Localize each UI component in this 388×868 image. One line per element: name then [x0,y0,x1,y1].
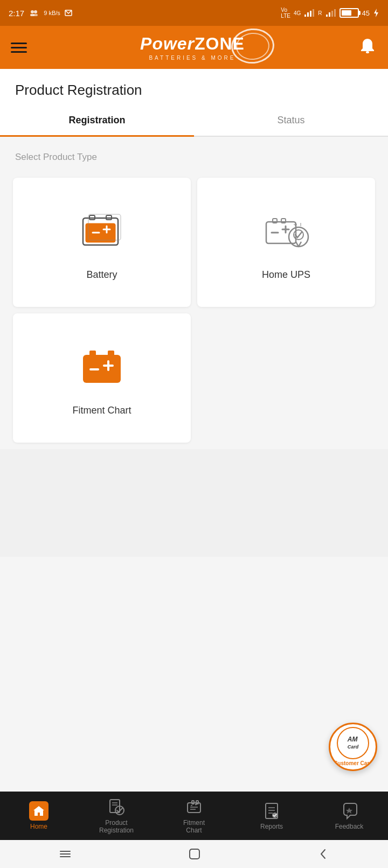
products-grid-row2: Fitment Chart [0,313,388,449]
sys-nav-menu[interactable] [58,846,73,862]
menu-button[interactable] [11,43,27,53]
customer-care-label: Customer Care [334,760,372,767]
page-title-area: Product Registration [0,69,388,105]
svg-rect-3 [33,14,38,16]
signal-r-icon [325,9,336,17]
fitment-chart-card[interactable]: Fitment Chart [13,313,191,443]
svg-rect-36 [83,355,121,383]
kb-display: 9 kB/s [44,10,60,16]
nav-feedback-label: Feedback [335,823,364,830]
battery-indicator [340,8,359,18]
customer-care-fab[interactable]: AMCard Customer Care [329,723,377,771]
svg-rect-11 [331,11,333,17]
svg-rect-5 [304,15,306,17]
bell-icon [358,37,377,56]
system-nav [0,840,388,868]
bottom-nav: Home ProductRegistration [0,792,388,840]
fitment-icon-area [78,340,126,394]
svg-rect-12 [334,9,336,17]
status-left: 2:17 9 kB/s [9,9,74,18]
svg-rect-14 [366,51,369,53]
nav-home-label: Home [30,823,47,830]
fitment-chart-icon-container [184,797,204,817]
page-wrapper: 2:17 9 kB/s VoLTE 4G R [0,0,388,868]
products-area: Select Product Type [0,137,388,557]
battery-product-icon [78,210,126,253]
reports-icon-container [262,801,281,821]
signal-icon [304,9,315,17]
svg-rect-7 [310,11,311,17]
fab-logo-text: AMCard [348,736,359,750]
status-right: VoLTE 4G R 45 [281,7,379,19]
home-icon-bg [29,801,48,821]
home-ups-card[interactable]: Home UPS [197,178,375,307]
nav-fitment-label: FitmentChart [183,819,205,835]
feedback-icon-container [340,801,359,821]
app-logo: PowerZONE BATTERIES & MORE [140,34,245,61]
logo-power: Power [140,34,195,54]
sys-back-icon [316,847,330,861]
sys-home-icon [188,847,202,861]
nav-product-registration[interactable]: ProductRegistration [78,792,155,840]
empty-slot [197,313,375,443]
status-bar: 2:17 9 kB/s VoLTE 4G R [0,0,388,26]
svg-rect-6 [307,12,309,17]
svg-rect-63 [190,849,199,859]
nav-reports-label: Reports [260,823,283,830]
svg-rect-10 [329,12,330,17]
network-4g: 4G [294,10,301,16]
section-label: Select Product Type [0,137,388,171]
battery-percent: 45 [362,9,370,17]
fab-inner: AMCard [337,727,369,759]
tab-registration[interactable]: Registration [0,105,194,136]
app-header: PowerZONE BATTERIES & MORE [0,26,388,69]
product-reg-icon-container [107,797,126,817]
nav-home[interactable]: Home [0,792,78,840]
svg-marker-13 [374,9,378,17]
r-indicator: R [318,10,322,16]
page-spacer [0,449,388,557]
battery-card[interactable]: Battery [13,178,191,307]
logo-subtitle: BATTERIES & MORE [149,55,235,61]
reports-icon [263,802,280,820]
tab-status[interactable]: Status [194,105,388,136]
home-ups-label: Home UPS [262,269,310,281]
svg-rect-38 [108,351,114,356]
main-content: Product Registration Registration Status [0,69,388,137]
svg-rect-8 [313,9,314,17]
sys-nav-home[interactable] [188,847,202,861]
nav-reports[interactable]: Reports [233,792,310,840]
svg-marker-42 [33,806,44,816]
battery-label: Battery [86,269,117,281]
bell-button[interactable] [358,37,377,58]
fitment-chart-label: Fitment Chart [72,405,131,416]
fitment-product-icon [78,343,126,391]
nav-product-reg-label: ProductRegistration [99,819,134,835]
nav-feedback[interactable]: Feedback [310,792,388,840]
fitment-chart-icon [185,799,203,816]
feedback-icon [341,802,358,820]
page-title: Product Registration [15,82,373,99]
outlook-icon [65,9,74,17]
sys-menu-icon [58,846,73,862]
products-grid-row1: Battery [0,171,388,313]
teams-icon [29,9,39,17]
volte-indicator: VoLTE [281,7,290,19]
nav-fitment-chart[interactable]: FitmentChart [155,792,233,840]
svg-rect-37 [89,351,96,356]
home-ups-icon-area [262,205,310,258]
svg-rect-16 [86,223,115,242]
product-reg-icon [108,799,125,816]
svg-point-0 [31,10,34,13]
svg-rect-23 [266,222,296,243]
sys-nav-back[interactable] [316,847,330,861]
charging-icon [373,9,379,17]
battery-icon-area [78,205,126,258]
home-ups-product-icon [262,210,310,253]
time-display: 2:17 [9,9,24,18]
svg-point-1 [34,10,37,13]
home-icon [33,805,45,817]
svg-rect-9 [326,15,328,17]
tabs-container: Registration Status [0,105,388,137]
